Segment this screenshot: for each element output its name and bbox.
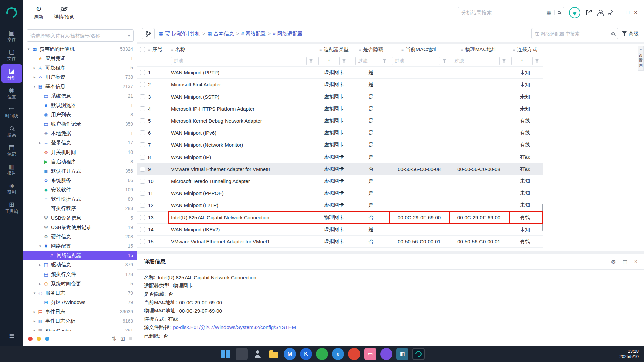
row-checkbox[interactable] [140,215,145,220]
tree-item-11[interactable]: ⊙开关机时间10 [23,147,137,157]
red-dot-filter[interactable] [28,337,33,341]
table-search-input[interactable] [535,31,609,36]
tree-item-2[interactable]: ▸◬可疑程序5 [23,63,137,72]
expand-collapse-icon[interactable]: ⇅ [112,335,116,342]
chevron-right-icon[interactable]: ▸ [32,319,37,323]
rail-item-notes[interactable]: ▤笔记 [1,141,22,159]
filter-funnel-icon[interactable] [535,59,539,63]
tree-item-8[interactable]: ▤账户操作记录359 [23,119,137,129]
chevron-right-icon[interactable]: ▸ [38,263,43,267]
column-header-3[interactable]: ≡是否隐藏 [352,44,389,55]
column-header-1[interactable]: ≡名称 [168,44,316,55]
rail-item-search[interactable]: 搜索 [1,122,22,140]
filter-input-1[interactable]: 过滤 [171,57,307,65]
row-checkbox[interactable] [140,94,145,99]
table-row-11[interactable]: 11WAN Miniport (PPPOE)虚拟网卡是未知 [137,187,543,199]
breadcrumb-item-3[interactable]: #网络适配器 [273,31,303,37]
tree-item-28[interactable]: ▸▤事件日志39039 [23,307,137,316]
minimize-button[interactable]: – [618,9,621,16]
row-checkbox[interactable] [140,106,145,111]
table-row-14[interactable]: 14WAN Miniport (IKEv2)虚拟网卡是未知 [137,224,543,236]
chevron-down-icon[interactable]: ▾ [26,47,31,51]
table-row-15[interactable]: 15VMware Virtual Ethernet Adapter for VM… [137,236,543,248]
list-view-icon[interactable]: ≡ [129,336,132,342]
chevron-down-icon[interactable]: ▾ [38,244,43,248]
row-checkbox[interactable] [140,118,145,123]
grid-view-icon[interactable]: ⊞ [120,335,125,342]
taskbar-icon-file-explorer[interactable] [268,348,280,360]
tree-item-7[interactable]: ◉用户列表8 [23,110,137,119]
evidence-selector[interactable]: ▾ [27,29,134,42]
filter-funnel-icon[interactable] [442,59,446,63]
rail-item-report[interactable]: ▥报告 [1,160,22,178]
tree-item-20[interactable]: ⚙硬件信息208 [23,232,137,241]
row-checkbox[interactable] [140,191,145,196]
filter-funnel-icon[interactable] [309,59,313,63]
rail-item-judge[interactable]: ◈研判 [1,179,22,197]
row-checkbox[interactable] [140,70,145,75]
tree-item-22[interactable]: #网络适配器15 [23,251,137,260]
tree-item-1[interactable]: ★应用凭证1 [23,54,137,63]
tree-item-21[interactable]: ▾#网络配置15 [23,241,137,251]
table-search-icon[interactable] [611,32,615,35]
detail-preview-button[interactable]: 详情/预览 [54,5,74,20]
chevron-right-icon[interactable]: ▸ [32,310,37,314]
table-row-10[interactable]: 10Microsoft Teredo Tunneling Adapter虚拟网卡… [137,175,543,187]
chevron-down-icon[interactable]: ▾ [32,291,37,295]
filter-funnel-icon[interactable] [502,59,506,63]
taskbar-icon-purple-app[interactable] [380,348,392,360]
taskbar-icon-forensic-app[interactable] [412,348,425,360]
chevron-right-icon[interactable]: ▸ [32,66,37,70]
rail-item-case[interactable]: ▣案件 [1,26,22,45]
row-checkbox[interactable] [140,82,145,87]
filter-input-5[interactable]: 过滤 [452,57,500,65]
filter-funnel-icon[interactable] [342,59,346,63]
row-checkbox[interactable] [140,203,145,208]
table-row-12[interactable]: 12WAN Miniport (L2TP)虚拟网卡是未知 [137,199,543,212]
refresh-button[interactable]: ↻ 刷新 [28,5,49,20]
maximize-button[interactable]: □ [626,9,629,16]
row-checkbox[interactable] [140,130,145,135]
tree-item-10[interactable]: ▸→登录信息17 [23,138,137,147]
tree-item-14[interactable]: ⚙系统服务66 [23,176,137,185]
search-icon[interactable] [558,11,561,14]
table-row-6[interactable]: 6WAN Miniport (IPv6)虚拟网卡是有线 [137,127,543,139]
tree-item-6[interactable]: e默认浏览器1 [23,101,137,110]
gear-icon[interactable]: ⚙ [611,259,616,265]
table-row-8[interactable]: 8WAN Miniport (IP)虚拟网卡是有线 [137,151,543,163]
global-search-box[interactable]: ▦ [458,7,564,18]
tree-item-3[interactable]: ▸∴用户痕迹738 [23,72,137,82]
tree-item-4[interactable]: ▾▦基本信息2137 [23,82,137,91]
filter-input-2[interactable]: * [318,57,340,65]
yellow-dot-filter[interactable] [37,337,41,341]
pin-button[interactable] [607,10,613,15]
tree-item-18[interactable]: ΨUSB设备信息5 [23,213,137,223]
breadcrumb-item-0[interactable]: ▦贾韦码的计算机 [159,31,200,37]
tree-item-19[interactable]: ΨUSB最近使用记录19 [23,223,137,232]
hamburger-menu-icon[interactable]: ≡ [9,327,14,346]
tree-item-13[interactable]: ▣默认打开方式356 [23,166,137,176]
taskbar-icon-m-browser[interactable]: M [284,348,296,360]
column-settings-strip[interactable]: ≡ 设置列 [638,46,644,71]
rail-item-analysis[interactable]: ◪分析 [1,64,22,83]
column-header-5[interactable]: ≡物理MAC地址 [449,44,509,55]
tree-item-16[interactable]: ≡软件快捷方式89 [23,194,137,204]
rail-item-timeline[interactable]: ≔时间线 [1,103,22,121]
taskbar-icon-green-app[interactable] [316,348,328,360]
rail-item-toolbox[interactable]: ⊞工具箱 [1,198,22,217]
global-search-input[interactable] [461,10,543,15]
taskbar-icon-edge-browser[interactable]: e [332,348,344,360]
evidence-selector-input[interactable] [30,33,126,38]
source-file-path-link[interactable]: pc-disk.E01/分区7/Windows/System32/config/… [173,324,296,331]
taskbar-icon-bilibili[interactable]: ▭ [364,348,376,360]
taskbar-icon-windows-start[interactable] [219,348,232,360]
close-button[interactable]: × [634,9,637,16]
tree-item-12[interactable]: ▶自启动程序8 [23,157,137,166]
taskbar-icon-contacts[interactable] [252,348,264,360]
table-row-7[interactable]: 7WAN Miniport (Network Monitor)虚拟网卡是有线 [137,139,543,151]
breadcrumb-item-2[interactable]: #网络配置 [241,31,266,37]
row-checkbox[interactable] [140,142,145,147]
table-row-3[interactable]: 3WAN Miniport (SSTP)虚拟网卡是未知 [137,91,543,103]
tree-item-9[interactable]: ◈本地凭据1 [23,129,137,138]
tree-item-15[interactable]: ◆安装软件109 [23,185,137,194]
